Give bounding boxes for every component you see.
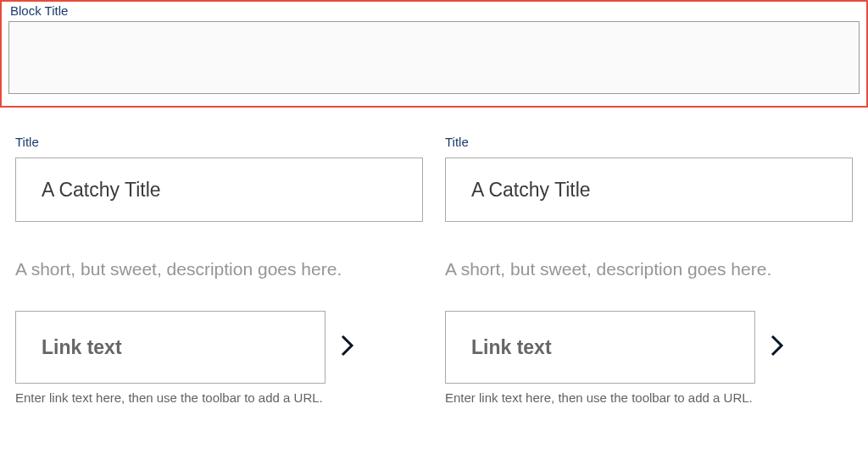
description-text: A short, but sweet, description goes her… <box>15 257 423 280</box>
link-text-input[interactable] <box>445 311 755 384</box>
title-input[interactable] <box>445 158 853 222</box>
block-title-section: Block Title <box>0 0 868 108</box>
column-left: Title A short, but sweet, description go… <box>15 135 423 405</box>
link-text-input[interactable] <box>15 311 326 384</box>
chevron-right-icon <box>341 335 354 361</box>
column-right: Title A short, but sweet, description go… <box>445 135 853 405</box>
link-row <box>445 311 853 384</box>
block-title-label: Block Title <box>8 3 860 18</box>
columns-wrapper: Title A short, but sweet, description go… <box>0 135 868 405</box>
editor-block: Block Title Title A short, but sweet, de… <box>0 0 868 405</box>
link-row <box>15 311 423 384</box>
chevron-right-icon <box>771 335 784 361</box>
link-help-text: Enter link text here, then use the toolb… <box>15 390 423 405</box>
title-label: Title <box>445 135 853 149</box>
title-input[interactable] <box>15 158 423 222</box>
description-text: A short, but sweet, description goes her… <box>445 257 853 280</box>
title-label: Title <box>15 135 423 149</box>
link-help-text: Enter link text here, then use the toolb… <box>445 390 853 405</box>
block-title-input[interactable] <box>8 21 860 94</box>
